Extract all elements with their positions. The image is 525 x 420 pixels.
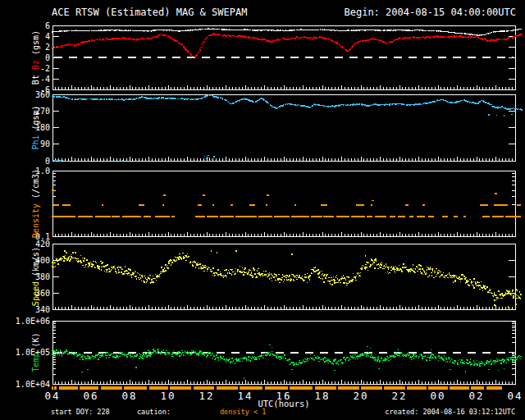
footer-caution-value: density < 1 xyxy=(220,408,266,416)
x-tick-label: 04 xyxy=(507,390,523,402)
x-tick-label: 18 xyxy=(314,390,330,402)
y-tick-label: 6 xyxy=(45,21,50,30)
panel-speed: 420400380360340Speed (km/s) xyxy=(31,240,522,314)
y-tick-label: 1.0E+04 xyxy=(16,380,50,389)
series-bt xyxy=(52,28,522,36)
panel-ylabel: Density (/cm3) xyxy=(31,169,40,238)
panel-temp: 1.0E+061.0E+051.0E+04Temp (K) xyxy=(16,317,522,389)
footer-created-timestamp: created: 2004-08-16 03:12:12UTC xyxy=(385,408,515,416)
footer-caution-label: caution: xyxy=(137,408,171,416)
panel-ticks xyxy=(52,171,515,236)
y-tick-label: 1.0E+06 xyxy=(16,317,50,326)
y-tick-label: 2 xyxy=(45,43,50,52)
panel-ylabel: Speed (km/s) xyxy=(31,247,40,306)
panel-ylabel: Temp (K) xyxy=(31,332,40,372)
x-tick-label: 14 xyxy=(237,390,253,402)
series-phi xyxy=(52,94,522,162)
x-tick-label: 12 xyxy=(199,390,214,402)
series-temp xyxy=(52,345,522,379)
x-tick-label: 22 xyxy=(391,390,407,402)
y-tick-label: 360 xyxy=(35,90,50,99)
y-tick-label: -4 xyxy=(40,75,50,84)
panel-ylabel: Phi (gsm) xyxy=(31,105,40,149)
ace-rtsw-screen: ACE RTSW (Estimated) MAG & SWEPAM Begin:… xyxy=(0,0,525,420)
y-tick-label: -2 xyxy=(40,64,50,73)
panel-phi: 360270180900Phi (gsm) xyxy=(31,90,523,166)
series-density xyxy=(52,189,521,217)
x-tick-label: 20 xyxy=(353,390,368,402)
x-tick-label: 08 xyxy=(121,390,137,402)
footer-start-doy: start DOY: 228 xyxy=(51,408,110,416)
y-tick-label: 420 xyxy=(35,240,50,249)
x-tick-label: 02 xyxy=(468,390,484,402)
x-tick-label: 10 xyxy=(160,390,176,402)
x-tick-label: 00 xyxy=(430,390,445,402)
y-tick-label: 0 xyxy=(45,53,50,62)
x-tick-label: 04 xyxy=(44,390,60,402)
x-tick-label: 06 xyxy=(83,390,98,402)
y-tick-label: 90 xyxy=(40,139,50,148)
y-tick-label: 0 xyxy=(45,157,50,166)
panel-mag: 6420-2-4-6Bt Bz (gsm) xyxy=(31,21,523,94)
series-speed xyxy=(52,250,521,308)
panel-density: 1.00.1Density (/cm3) xyxy=(31,167,521,241)
chart-area: 6420-2-4-6Bt Bz (gsm)360270180900Phi (gs… xyxy=(0,0,525,420)
y-tick-label: 4 xyxy=(45,32,50,41)
panel-ylabel: Bt Bz (gsm) xyxy=(31,30,40,84)
plot-svg: 6420-2-4-6Bt Bz (gsm)360270180900Phi (gs… xyxy=(0,0,525,420)
series-bz xyxy=(51,33,522,57)
